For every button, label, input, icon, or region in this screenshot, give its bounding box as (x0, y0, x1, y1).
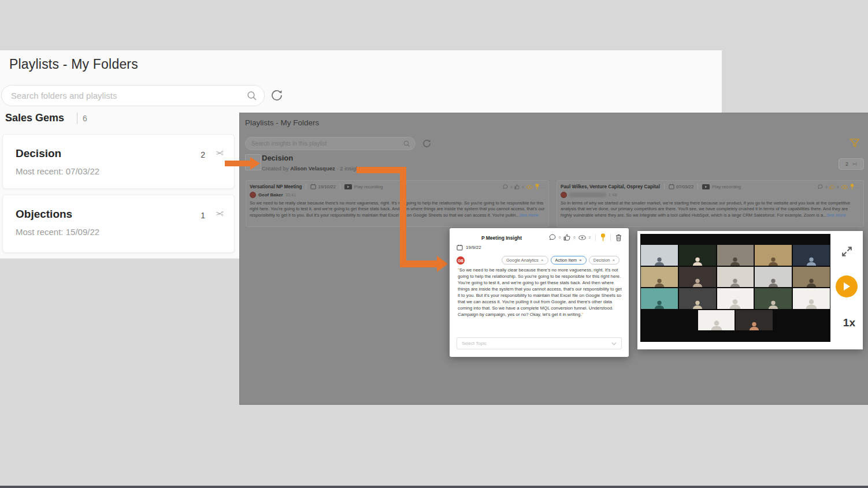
play-recording-label[interactable]: Play recording (354, 184, 383, 189)
see-more-link[interactable]: See more (520, 213, 539, 218)
thumbs-up-icon[interactable] (514, 184, 520, 189)
like-count: 0 (837, 185, 839, 189)
video-screen[interactable] (640, 234, 830, 342)
see-more-link[interactable]: See more (827, 213, 846, 218)
most-recent-label: Most recent: 07/03/22 (16, 166, 99, 176)
created-by-label: Created by (262, 165, 288, 172)
play-button[interactable] (836, 275, 858, 297)
tag-label: Action Item (555, 258, 577, 263)
tag-action-item[interactable]: Action Item × (551, 256, 587, 265)
video-tile-participant (678, 288, 717, 310)
annotation-arrowhead (250, 157, 260, 170)
views-eye-icon[interactable] (841, 185, 848, 189)
meta-separator: · (336, 165, 338, 172)
refresh-icon[interactable] (422, 139, 432, 148)
comment-icon[interactable] (503, 184, 508, 189)
folders-search-input[interactable] (11, 91, 247, 100)
video-tile-participant (792, 244, 830, 266)
insight-body: So in terms of why we started at the sma… (561, 200, 860, 218)
play-recording-icon[interactable] (702, 184, 710, 189)
insight-card[interactable]: Versational NP Meeting 19/10/22 Play rec… (246, 180, 549, 227)
bottom-bar (0, 486, 868, 488)
remove-tag-icon[interactable]: × (541, 258, 544, 263)
scissors-icon[interactable]: ✂ (216, 147, 224, 159)
thumbs-up-icon[interactable] (563, 234, 570, 241)
playlist-card-objections[interactable]: Objections 1 ✂ Most recent: 15/09/22 (2, 195, 235, 253)
speaker-name: Geof Baker (258, 192, 283, 198)
more-icon[interactable]: … (541, 185, 545, 189)
insight-modal-title: P Meeting Insight (467, 235, 536, 241)
thumbs-up-icon[interactable] (829, 184, 834, 189)
trash-icon[interactable] (615, 234, 622, 241)
divider (610, 234, 611, 241)
playlist-meta: Created by Alison Velasquez · 2 insights (262, 165, 363, 172)
video-tile-participant (754, 266, 792, 288)
filter-funnel-icon[interactable] (849, 137, 860, 149)
page-title: Playlists - My Folders (9, 57, 138, 72)
annotation-arrow-shaft (400, 260, 437, 267)
refresh-icon[interactable] (270, 88, 284, 102)
like-count: 0 (573, 236, 575, 239)
annotation-arrowhead (437, 256, 448, 272)
insight-duration: 33:41 (285, 192, 296, 198)
insight-date: 07/03/22 (676, 184, 693, 189)
folder-row[interactable]: Sales Gems 6 (5, 112, 87, 124)
remove-tag-icon[interactable]: × (613, 258, 615, 263)
divider (77, 113, 77, 124)
calendar-icon (669, 184, 674, 189)
playback-speed[interactable]: 1x (843, 316, 855, 329)
comment-count: 0 (559, 236, 561, 239)
comment-count: 0 (825, 185, 827, 189)
comment-icon[interactable] (818, 184, 823, 189)
insights-search[interactable] (245, 137, 416, 150)
play-recording-label[interactable]: Play recording (712, 184, 741, 189)
annotation-arrow-shaft (225, 161, 250, 166)
pin-icon[interactable] (535, 184, 539, 190)
play-icon (843, 282, 851, 291)
insight-title: Versational NP Meeting (250, 184, 302, 189)
pin-icon[interactable] (600, 233, 606, 241)
play-recording-icon[interactable] (344, 184, 352, 189)
insight-card[interactable]: Paul Wilkes, Venture Capital, Osprey Cap… (557, 180, 864, 227)
comment-icon[interactable] (549, 234, 556, 241)
topic-select[interactable]: Select Topic (457, 337, 622, 349)
quote-text: So we need to be really clear because th… (458, 267, 622, 317)
clip-count-badge: 2 ✂ (839, 158, 864, 170)
screen: Playlists - My Folders Sales Gems 6 Deci… (0, 0, 868, 488)
divider (698, 184, 698, 189)
pin-icon[interactable] (850, 184, 854, 190)
folders-search[interactable] (1, 85, 265, 106)
view-count: 2 (589, 236, 591, 239)
badge-count: 2 (845, 161, 848, 167)
playlist-card-decision[interactable]: Decision 2 ✂ Most recent: 07/03/22 (2, 134, 235, 189)
overlay-title: Playlists - My Folders (245, 118, 319, 127)
scissors-icon[interactable]: ✂ (216, 208, 224, 220)
insight-modal: P Meeting Insight 0 0 2 19/9/22 GB Googl… (450, 228, 629, 357)
calendar-icon (310, 184, 316, 189)
playlist-name: Objections (16, 208, 72, 221)
tag-label: Decision (593, 258, 610, 263)
insight-title: Paul Wilkes, Venture Capital, Osprey Cap… (561, 184, 660, 189)
divider (664, 184, 665, 189)
video-tile-participant (717, 266, 755, 288)
video-tile-participant (640, 244, 678, 266)
close-quote: " (582, 312, 584, 317)
most-recent-label: Most recent: 15/09/22 (16, 227, 99, 237)
insight-quote: "So we need to be really clear because t… (458, 267, 622, 318)
tag-google-analytics[interactable]: Google Analytics × (502, 256, 548, 265)
annotation-arrow-shaft (357, 167, 406, 173)
insight-text: So we need to be really clear because th… (250, 200, 545, 218)
calendar-icon (457, 244, 463, 251)
remove-tag-icon[interactable]: × (579, 258, 582, 263)
clip-count: 2 (201, 150, 205, 159)
tag-decision[interactable]: Decision × (589, 256, 620, 265)
video-tile-participant (678, 266, 717, 288)
more-icon[interactable]: … (856, 185, 860, 189)
search-icon (247, 91, 257, 101)
expand-icon[interactable] (841, 245, 853, 258)
video-tile-participant (754, 288, 792, 310)
search-icon (403, 140, 410, 147)
video-tile-placeholder (717, 288, 755, 310)
insights-search-input[interactable] (251, 140, 403, 147)
views-eye-icon[interactable] (526, 185, 533, 189)
